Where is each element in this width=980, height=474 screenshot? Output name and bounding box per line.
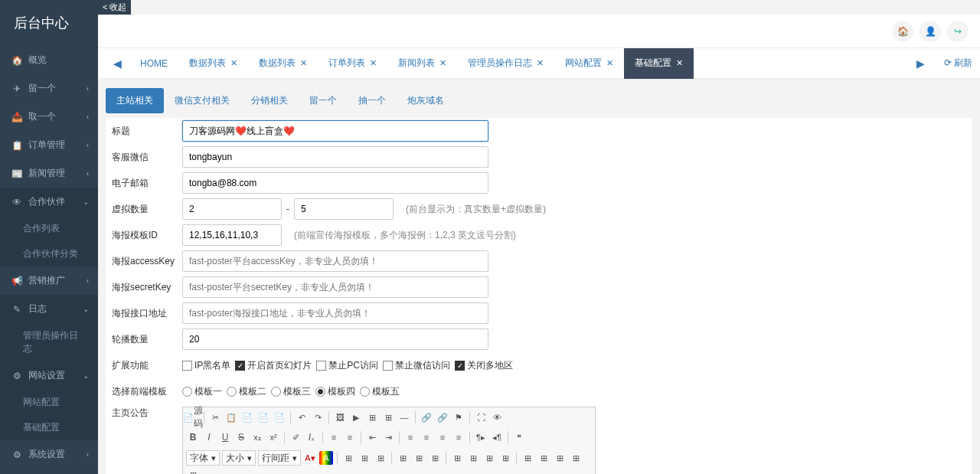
table-icon[interactable]: ⊞ [365,410,379,424]
tab-5[interactable]: 管理员操作日志✕ [457,48,554,79]
t2-icon[interactable]: ⊞ [358,451,371,465]
virtual-min-input[interactable] [182,198,282,220]
t4-icon[interactable]: ⊞ [396,451,410,465]
table2-icon[interactable]: ⊞ [381,410,395,424]
ext-checkbox-3[interactable]: 禁止微信访问 [383,359,450,372]
removeformat-icon[interactable]: ✐ [289,430,302,444]
t9-icon[interactable]: ⊞ [482,451,496,465]
wechat-input[interactable] [182,146,488,168]
tab-next-icon[interactable]: ▶ [909,57,933,70]
carousel-input[interactable] [182,329,488,350]
bold-icon[interactable]: B [186,430,200,444]
posterid-input[interactable] [182,224,282,246]
sup-icon[interactable]: x² [266,430,280,444]
video-icon[interactable]: ▶ [349,410,363,424]
ext-checkbox-0[interactable]: IP黑名单 [182,359,230,372]
indent-icon[interactable]: ⇥ [381,430,395,444]
underline-icon[interactable]: U [218,430,232,444]
outdent-icon[interactable]: ⇤ [365,430,379,444]
close-icon[interactable]: ✕ [370,58,377,68]
tab-6[interactable]: 网站配置✕ [554,48,624,79]
t7-icon[interactable]: ⊞ [450,451,464,465]
subtab-5[interactable]: 炮灰域名 [397,88,455,113]
tpl-radio-4[interactable]: 模板五 [360,385,400,398]
t8-icon[interactable]: ⊞ [466,451,480,465]
tab-prev-icon[interactable]: ◀ [106,57,129,70]
preview-icon[interactable]: 👁 [490,410,504,424]
strike-icon[interactable]: S [234,430,248,444]
paste-word-icon[interactable]: 📄 [273,410,286,424]
tpl-radio-2[interactable]: 模板三 [271,385,311,398]
tab-4[interactable]: 新闻列表✕ [387,48,457,79]
align-right-icon[interactable]: ≡ [436,430,449,444]
ext-checkbox-4[interactable]: ✓关闭多地区 [455,359,513,372]
secretkey-input[interactable] [182,276,488,298]
undo-icon[interactable]: ↶ [295,410,309,424]
home-icon[interactable]: 🏠 [892,21,913,42]
t1-icon[interactable]: ⊞ [341,451,355,465]
submenu-item[interactable]: 合作列表 [0,216,98,241]
close-icon[interactable]: ✕ [676,58,683,68]
subtab-4[interactable]: 抽一个 [348,88,397,113]
size-select[interactable]: 大小 ▾ [222,450,256,466]
ext-checkbox-2[interactable]: 禁止PC访问 [316,359,378,372]
tab-1[interactable]: 数据列表✕ [178,48,248,79]
rtl-icon[interactable]: ◂¶ [490,430,504,444]
ext-checkbox-1[interactable]: ✓开启首页幻灯片 [235,359,312,372]
close-icon[interactable]: ✕ [606,58,613,68]
t14-icon[interactable]: ⊞ [569,451,583,465]
source-button[interactable]: 📄源码 [186,410,200,424]
image-icon[interactable]: 🖼 [333,410,347,424]
t5-icon[interactable]: ⊞ [412,451,426,465]
copy-icon[interactable]: 📋 [224,410,238,424]
subtab-3[interactable]: 留一个 [299,88,348,113]
unlink-icon[interactable]: 🔗 [436,410,449,424]
align-center-icon[interactable]: ≡ [420,430,433,444]
sidebar-item-7[interactable]: ✎日志⌄ [0,295,98,323]
ltr-icon[interactable]: ¶▸ [474,430,488,444]
submenu-item[interactable]: 合作伙伴分类 [0,241,98,266]
t15-icon[interactable]: ⊞ [186,468,200,474]
format-icon[interactable]: Iₓ [305,430,318,444]
sidebar-item-3[interactable]: 📋订单管理‹ [0,131,98,159]
sidebar-item-0[interactable]: 🏠概览 [0,46,98,74]
tab-2[interactable]: 数据列表✕ [248,48,318,79]
submenu-item[interactable]: 基础配置 [0,415,98,440]
sidebar-item-6[interactable]: 📢营销推广‹ [0,266,98,295]
redo-icon[interactable]: ↷ [311,410,325,424]
hr-icon[interactable]: — [397,410,411,424]
sidebar-item-4[interactable]: 📰新闻管理‹ [0,159,98,188]
sidebar-item-2[interactable]: 📥取一个‹ [0,103,98,131]
close-icon[interactable]: ✕ [439,58,446,68]
title-input[interactable] [182,120,488,142]
tpl-radio-3[interactable]: 模板四 [315,385,355,398]
t10-icon[interactable]: ⊞ [498,451,512,465]
cut-icon[interactable]: ✂ [208,410,222,424]
tab-3[interactable]: 订单列表✕ [318,48,387,79]
sidebar-item-9[interactable]: ⚙系统设置‹ [0,440,98,469]
virtual-max-input[interactable] [294,198,394,220]
close-icon[interactable]: ✕ [300,58,307,68]
submenu-item[interactable]: 网站配置 [0,390,98,415]
t3-icon[interactable]: ⊞ [374,451,387,465]
paste-icon[interactable]: 📄 [240,410,254,424]
align-justify-icon[interactable]: ≡ [452,430,466,444]
sidebar-item-8[interactable]: ⚙网站设置⌄ [0,361,98,390]
user-icon[interactable]: 👤 [920,21,941,42]
apiurl-input[interactable] [182,302,488,324]
refresh-button[interactable]: ⟳ 刷新 [944,57,972,70]
tpl-radio-1[interactable]: 模板二 [227,385,266,398]
paste-text-icon[interactable]: 📄 [256,410,270,424]
t6-icon[interactable]: ⊞ [428,451,442,465]
subtab-1[interactable]: 微信支付相关 [164,88,240,113]
textcolor-icon[interactable]: A▾ [303,451,317,465]
tpl-radio-0[interactable]: 模板一 [182,385,222,398]
collapse-button[interactable]: < 收起 [98,0,131,15]
submenu-item[interactable]: 管理员操作日志 [0,323,98,361]
close-icon[interactable]: ✕ [230,58,237,68]
logout-icon[interactable]: ↪ [947,21,969,42]
sidebar-item-5[interactable]: 👁合作伙伴⌄ [0,188,98,216]
list-ol-icon[interactable]: ≡ [327,430,341,444]
anchor-icon[interactable]: ⚑ [452,410,466,424]
fullscreen-icon[interactable]: ⛶ [474,410,488,424]
